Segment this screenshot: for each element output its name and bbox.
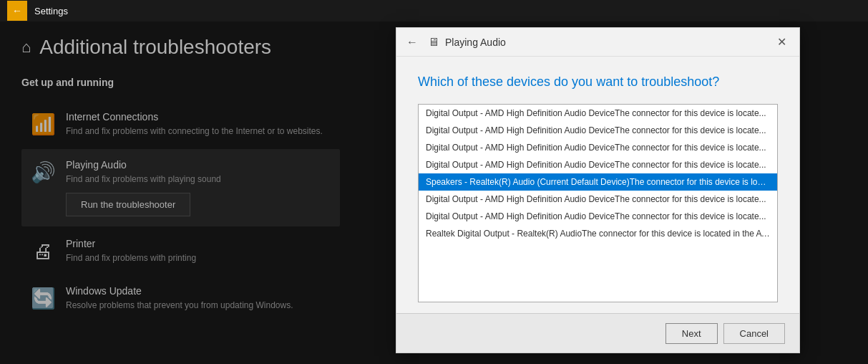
device-list-item[interactable]: Digital Output - AMD High Definition Aud… (419, 156, 777, 173)
device-list-item[interactable]: Realtek Digital Output - Realtek(R) Audi… (419, 225, 777, 242)
dialog-question: Which of these devices do you want to tr… (418, 75, 778, 90)
dialog-header: ← 🖥 Playing Audio ✕ (396, 28, 799, 57)
device-list-item[interactable]: Speakers - Realtek(R) Audio (Current Def… (419, 173, 777, 191)
device-list-item[interactable]: Digital Output - AMD High Definition Aud… (419, 122, 777, 139)
device-list-item[interactable]: Digital Output - AMD High Definition Aud… (419, 139, 777, 156)
device-list[interactable]: Digital Output - AMD High Definition Aud… (418, 104, 778, 302)
troubleshooter-dialog: ← 🖥 Playing Audio ✕ Which of these devic… (396, 27, 800, 353)
dialog-monitor-icon: 🖥 (428, 36, 439, 49)
dialog-back-button[interactable]: ← (402, 34, 422, 50)
dialog-header-left: ← 🖥 Playing Audio (402, 34, 506, 50)
cancel-button[interactable]: Cancel (723, 323, 785, 344)
dialog-close-button[interactable]: ✕ (773, 34, 791, 50)
dialog-body: Which of these devices do you want to tr… (396, 57, 799, 313)
device-list-item[interactable]: Digital Output - AMD High Definition Aud… (419, 105, 777, 122)
title-bar: ← Settings (0, 0, 868, 21)
dialog-footer: Next Cancel (396, 313, 799, 353)
app-title: Settings (34, 6, 68, 16)
back-button[interactable]: ← (7, 1, 27, 21)
device-list-item[interactable]: Digital Output - AMD High Definition Aud… (419, 191, 777, 208)
next-button[interactable]: Next (665, 323, 718, 344)
dialog-title: Playing Audio (445, 37, 506, 48)
device-list-item[interactable]: Digital Output - AMD High Definition Aud… (419, 208, 777, 225)
